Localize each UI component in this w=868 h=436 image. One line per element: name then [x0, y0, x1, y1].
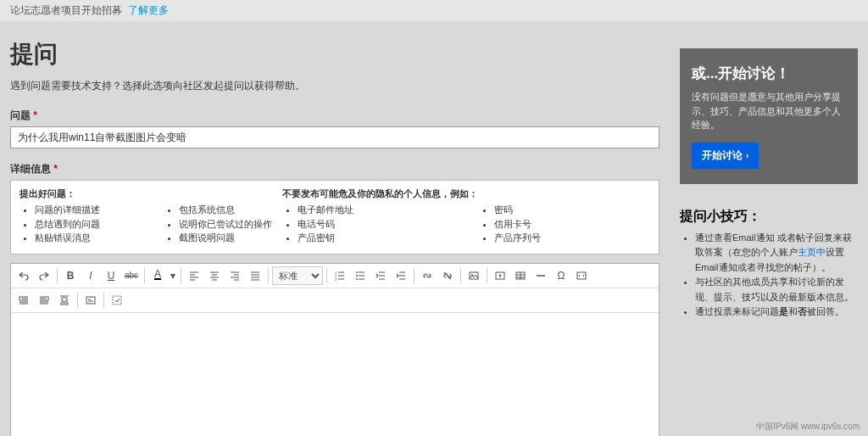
tips-box: 提问小技巧： 通过查看Email通知 或者帖子回复来获取答案（在您的个人账户主页…	[680, 208, 858, 321]
discuss-body: 没有问题但是愿意与其他用户分享提示、技巧、产品信息和其他更多个人经验。	[692, 90, 846, 132]
avoid-title: 不要发布可能危及你的隐私的个人信息，例如：	[282, 187, 650, 200]
hr-icon[interactable]	[531, 266, 550, 285]
img-float-right-icon[interactable]	[35, 291, 53, 310]
paragraph-style-select[interactable]: 标准	[272, 266, 323, 285]
editor-body[interactable]	[11, 313, 659, 437]
question-input[interactable]	[10, 126, 659, 148]
img-block-icon[interactable]	[55, 291, 74, 310]
align-right-icon[interactable]	[225, 266, 244, 285]
chevron-right-icon: ›	[746, 151, 748, 160]
outdent-icon[interactable]	[371, 266, 390, 285]
img-float-left-icon[interactable]	[14, 291, 33, 310]
special-char-icon[interactable]: Ω	[552, 266, 570, 285]
details-label: 详细信息 *	[10, 162, 659, 176]
strike-icon[interactable]: abc	[122, 266, 141, 285]
quote-icon[interactable]	[81, 291, 100, 310]
toolbar-row-2	[11, 288, 659, 313]
main-column: 提问 遇到问题需要技术支持？选择此选项向社区发起提问以获得帮助。 问题 * 详细…	[10, 38, 659, 436]
italic-icon[interactable]: I	[81, 266, 100, 285]
svg-point-5	[356, 278, 358, 280]
svg-point-4	[356, 275, 358, 277]
code-icon[interactable]	[572, 266, 591, 285]
rich-text-editor: B I U abc A ▾ 标准 123	[10, 263, 659, 437]
avoid-list-b: 密码 信用卡号 产品序列号	[479, 203, 650, 245]
good-list-a: 问题的详细描述 总结遇到的问题 粘贴错误消息	[19, 203, 138, 245]
guidelines-panel: 提出好问题： 问题的详细描述 总结遇到的问题 粘贴错误消息 包括系统信息 说明你…	[10, 180, 659, 254]
avoid-list-a: 电子邮件地址 电话号码 产品密钥	[282, 203, 453, 245]
align-left-icon[interactable]	[185, 266, 203, 285]
svg-rect-12	[45, 297, 48, 300]
bold-icon[interactable]: B	[61, 266, 80, 285]
video-icon[interactable]	[491, 266, 509, 285]
start-discussion-button[interactable]: 开始讨论›	[692, 143, 759, 169]
tips-title: 提问小技巧：	[680, 208, 858, 226]
text-color-icon[interactable]: A	[148, 266, 167, 285]
announcement-bar: 论坛志愿者项目开始招募 了解更多	[0, 0, 868, 21]
ordered-list-icon[interactable]: 123	[331, 266, 349, 285]
tips-homepage-link[interactable]: 主页中	[798, 247, 826, 257]
tip-item: 通过查看Email通知 或者帖子回复来获取答案（在您的个人账户主页中设置Emai…	[695, 231, 858, 276]
underline-icon[interactable]: U	[102, 266, 120, 285]
redo-icon[interactable]	[35, 266, 53, 285]
tip-item: 通过投票来标记问题是和否被回答。	[695, 305, 858, 320]
svg-text:3: 3	[335, 277, 337, 281]
text-color-dropdown-icon[interactable]: ▾	[169, 266, 177, 285]
svg-point-3	[356, 271, 358, 273]
good-list-b: 包括系统信息 说明你已尝试过的操作 截图说明问题	[164, 203, 282, 245]
unordered-list-icon[interactable]	[351, 266, 370, 285]
svg-rect-13	[62, 298, 67, 301]
good-question-title: 提出好问题：	[19, 187, 282, 200]
announcement-text: 论坛志愿者项目开始招募	[10, 4, 122, 16]
image-icon[interactable]	[465, 266, 483, 285]
announcement-link[interactable]: 了解更多	[128, 4, 169, 16]
align-center-icon[interactable]	[205, 266, 224, 285]
svg-rect-14	[86, 297, 95, 304]
tip-item: 与社区的其他成员共享和讨论新的发现、提示、技巧以及的最新版本信息。	[695, 275, 858, 305]
table-icon[interactable]	[511, 266, 530, 285]
page-subtitle: 遇到问题需要技术支持？选择此选项向社区发起提问以获得帮助。	[10, 79, 659, 93]
svg-rect-15	[113, 296, 121, 305]
link-icon[interactable]	[418, 266, 437, 285]
watermark: 中国IPv6网 www.ipv6s.com	[756, 421, 860, 433]
toolbar-row-1: B I U abc A ▾ 标准 123	[11, 264, 659, 288]
undo-icon[interactable]	[14, 266, 33, 285]
question-label: 问题 *	[10, 109, 659, 123]
indent-icon[interactable]	[392, 266, 410, 285]
svg-rect-11	[19, 297, 23, 300]
discuss-box: 或...开始讨论！ 没有问题但是愿意与其他用户分享提示、技巧、产品信息和其他更多…	[680, 48, 858, 184]
discuss-title: 或...开始讨论！	[692, 64, 846, 83]
page-title: 提问	[10, 38, 659, 70]
svg-rect-6	[470, 272, 478, 279]
align-justify-icon[interactable]	[246, 266, 264, 285]
sidebar: 或...开始讨论！ 没有问题但是愿意与其他用户分享提示、技巧、产品信息和其他更多…	[680, 48, 858, 320]
select-all-icon[interactable]	[108, 291, 126, 310]
unlink-icon[interactable]	[438, 266, 457, 285]
